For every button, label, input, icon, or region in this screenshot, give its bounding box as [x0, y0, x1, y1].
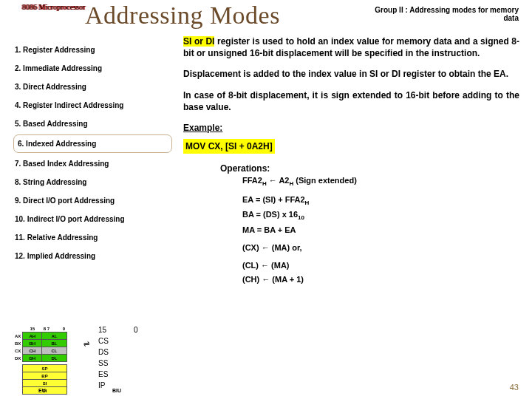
list-item: 2. Immediate Addressing: [13, 59, 172, 78]
op-line-ba: BA = (DS) x 1610: [242, 209, 519, 222]
op-line-signext: FFA2H ← A2H (Sign extended): [242, 175, 519, 188]
paragraph-3: In case of 8-bit displacement, it is sig…: [183, 89, 519, 113]
content-area: SI or DI register is used to hold an ind…: [183, 35, 519, 287]
group-label: Group II : Addressing modes for memory d…: [371, 6, 519, 22]
list-item: 7. Based Index Addressing: [13, 154, 172, 173]
paragraph-2: Displacement is added to the index value…: [183, 68, 519, 80]
paragraph-1-text: register is used to hold an index value …: [183, 36, 519, 58]
example-label: Example:: [183, 122, 519, 134]
page-number: 43: [510, 383, 519, 392]
page-title: Addressing Modes: [85, 1, 280, 30]
list-item: 12. Implied Addressing: [13, 247, 172, 265]
bus-icon: ⇌: [83, 340, 89, 348]
list-item: 6. Indexed Addressing: [13, 134, 172, 153]
operations-label: Operations:: [220, 163, 519, 174]
op-line-ea: EA = (SI) + FFA2H: [242, 194, 519, 207]
list-item: 8. String Addressing: [13, 173, 172, 191]
mode-list: 1. Register Addressing2. Immediate Addre…: [13, 41, 172, 265]
list-item: 9. Direct I/O port Addressing: [13, 191, 172, 210]
list-item: 5. Based Addressing: [13, 115, 172, 133]
op-line-cx: (CX) ← (MA) or,: [242, 242, 519, 253]
highlight-text: SI or DI: [183, 36, 214, 47]
list-item: 4. Register Indirect Addressing: [13, 96, 172, 115]
paragraph-1: SI or DI register is used to hold an ind…: [183, 35, 519, 59]
biu-diagram: 150CSDSSSESIP: [96, 324, 140, 392]
chip-label: 8086 Microprocessor: [22, 3, 85, 11]
eu-label: EU: [38, 388, 46, 393]
list-item: 10. Indirect I/O port Addressing: [13, 210, 172, 228]
example-code: MOV CX, [SI + 0A2H]: [183, 139, 275, 154]
op-line-ch: (CH) ← (MA + 1): [242, 274, 519, 285]
list-item: 1. Register Addressing: [13, 41, 172, 59]
op-line-ma: MA = BA + EA: [242, 225, 519, 236]
biu-label: BIU: [112, 388, 121, 393]
operations-block: FFA2H ← A2H (Sign extended) EA = (SI) + …: [242, 175, 519, 286]
op-line-cl: (CL) ← (MA): [242, 260, 519, 271]
list-item: 11. Relative Addressing: [13, 228, 172, 247]
list-item: 3. Direct Addressing: [13, 78, 172, 96]
